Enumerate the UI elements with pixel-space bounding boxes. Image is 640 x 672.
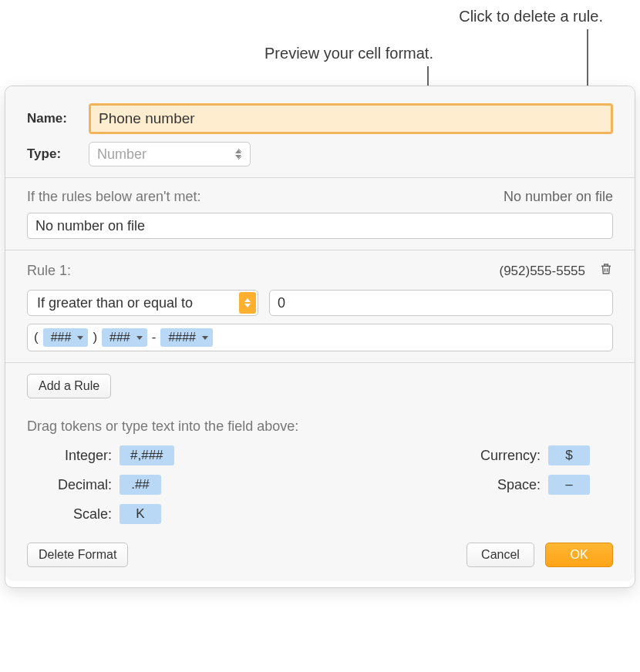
rule1-label: Rule 1: (27, 263, 71, 279)
condition-select[interactable]: If greater than or equal to (27, 290, 258, 316)
space-label: Space: (456, 477, 541, 493)
format-field[interactable]: ( ### ) ### - #### (27, 324, 613, 351)
updown-icon (231, 143, 245, 166)
name-label: Name: (27, 111, 79, 126)
integer-label: Integer: (27, 448, 112, 464)
type-label: Type: (27, 146, 79, 162)
ok-button[interactable]: OK (545, 543, 613, 567)
trash-icon (599, 261, 613, 277)
close-paren: ) (93, 330, 97, 345)
rules-unmet-input[interactable] (27, 213, 613, 239)
rules-unmet-preview: No number on file (504, 189, 613, 205)
delete-annotation: Click to delete a rule. (459, 8, 603, 25)
decimal-label: Decimal: (27, 477, 112, 493)
currency-token[interactable]: $ (548, 445, 590, 465)
token-line[interactable]: #### (160, 328, 213, 347)
type-select[interactable]: Number (89, 142, 251, 166)
stepper-icon (239, 292, 256, 314)
scale-token[interactable]: K (120, 504, 161, 524)
open-paren: ( (34, 330, 39, 345)
integer-token[interactable]: #,### (120, 445, 174, 465)
name-input[interactable] (89, 103, 613, 134)
drag-hint: Drag tokens or type text into the field … (27, 418, 613, 435)
format-dialog: Name: Type: Number If the rules below ar… (5, 86, 635, 588)
space-token[interactable]: – (548, 475, 590, 495)
currency-label: Currency: (456, 448, 541, 464)
token-prefix[interactable]: ### (102, 328, 147, 347)
condition-value[interactable] (269, 290, 613, 316)
add-rule-button[interactable]: Add a Rule (27, 374, 111, 398)
type-value: Number (97, 146, 147, 163)
condition-label: If greater than or equal to (37, 295, 193, 311)
rule1-preview: (952)555-5555 (499, 264, 585, 279)
delete-rule-button[interactable] (599, 261, 613, 281)
scale-label: Scale: (27, 506, 112, 522)
dash: - (152, 330, 157, 345)
rules-unmet-label: If the rules below aren't met: (27, 189, 201, 205)
preview-annotation: Preview your cell format. (264, 45, 433, 62)
token-area-code[interactable]: ### (43, 328, 89, 347)
cancel-button[interactable]: Cancel (467, 543, 534, 567)
decimal-token[interactable]: .## (120, 475, 161, 495)
delete-format-button[interactable]: Delete Format (27, 543, 128, 567)
